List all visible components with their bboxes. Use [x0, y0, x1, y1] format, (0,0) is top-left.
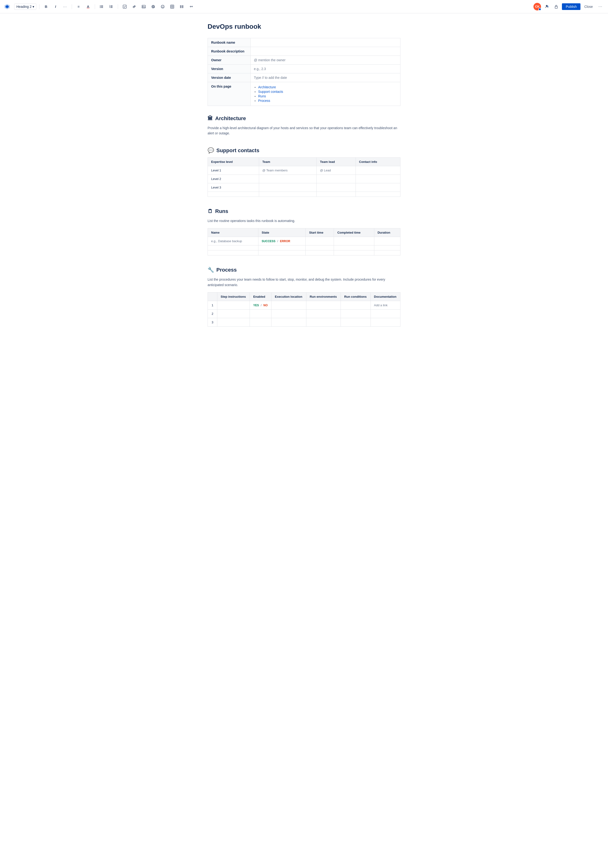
row-value[interactable]: Type // to add the date: [251, 73, 400, 82]
cell-conditions[interactable]: [341, 301, 371, 309]
cell-team[interactable]: [259, 192, 316, 197]
cell-completed[interactable]: [334, 245, 374, 251]
cell-duration[interactable]: [374, 237, 400, 245]
process-icon: 🔧: [208, 267, 214, 273]
numbered-list-button[interactable]: 1.2.3.: [107, 3, 115, 11]
table-row: [208, 251, 400, 256]
cell-environments[interactable]: [306, 318, 341, 327]
link-button[interactable]: [130, 3, 138, 11]
publish-button[interactable]: Publish: [562, 3, 580, 10]
cell-enabled[interactable]: [250, 318, 271, 327]
cell-name[interactable]: e.g., Database backup: [208, 237, 258, 245]
cell-contact[interactable]: [355, 183, 400, 192]
cell-conditions[interactable]: [341, 318, 371, 327]
cell-state[interactable]: [258, 251, 306, 256]
cell-state[interactable]: SUCCESS / ERROR: [258, 237, 306, 245]
row-links: Architecture Support contacts Runs Proce…: [251, 82, 400, 106]
cell-docs[interactable]: Add a link: [371, 301, 400, 309]
cell-docs[interactable]: [371, 318, 400, 327]
cell-level[interactable]: Level 1: [208, 166, 259, 175]
more-formatting-button[interactable]: ···: [61, 3, 69, 11]
no-badge: NO: [264, 304, 268, 307]
svg-rect-22: [171, 5, 174, 8]
cell-lead[interactable]: [316, 183, 356, 192]
task-button[interactable]: [121, 3, 129, 11]
cell-team[interactable]: [259, 183, 316, 192]
cell-start[interactable]: [306, 237, 334, 245]
col-expertise: Expertise level: [208, 157, 259, 166]
cell-instructions[interactable]: [217, 309, 250, 318]
toc-link-architecture[interactable]: Architecture: [258, 85, 276, 89]
cell-enabled[interactable]: YES / NO: [250, 301, 271, 309]
cell-level[interactable]: [208, 192, 259, 197]
italic-button[interactable]: I: [52, 3, 59, 11]
heading-style-select[interactable]: Heading 2 ▾: [14, 3, 36, 10]
cell-contact[interactable]: [355, 192, 400, 197]
architecture-icon: 🏛: [208, 115, 213, 122]
cell-duration[interactable]: [374, 245, 400, 251]
cell-contact[interactable]: [355, 166, 400, 175]
row-value[interactable]: [251, 38, 400, 47]
cell-contact[interactable]: [355, 175, 400, 183]
support-heading-text: Support contacts: [216, 147, 259, 153]
close-button[interactable]: Close: [582, 3, 595, 10]
cell-level[interactable]: Level 3: [208, 183, 259, 192]
row-value[interactable]: [251, 47, 400, 56]
cell-lead[interactable]: [316, 192, 356, 197]
cell-start[interactable]: [306, 245, 334, 251]
table-button[interactable]: [168, 3, 176, 11]
cell-level[interactable]: Level 2: [208, 175, 259, 183]
cell-completed[interactable]: [334, 251, 374, 256]
cell-environments[interactable]: [306, 301, 341, 309]
cell-name[interactable]: [208, 245, 258, 251]
col-conditions: Run conditions: [341, 292, 371, 301]
cell-execution[interactable]: [271, 301, 306, 309]
cell-team[interactable]: [259, 175, 316, 183]
add-collaborator-button[interactable]: [543, 3, 551, 11]
mention-button[interactable]: [149, 3, 157, 11]
table-row: Runbook name: [208, 38, 400, 47]
cell-enabled[interactable]: [250, 309, 271, 318]
toc-link-support[interactable]: Support contacts: [258, 90, 283, 93]
align-button[interactable]: ≡: [75, 3, 82, 11]
row-value[interactable]: e.g., 2.3: [251, 65, 400, 73]
page-title: DevOps runbook: [208, 23, 400, 30]
toc-link-runs[interactable]: Runs: [258, 94, 266, 98]
cell-instructions[interactable]: [217, 301, 250, 309]
cell-environments[interactable]: [306, 309, 341, 318]
cell-conditions[interactable]: [341, 309, 371, 318]
svg-point-7: [100, 7, 101, 8]
cell-duration[interactable]: [374, 251, 400, 256]
table-row: Level 3: [208, 183, 400, 192]
cell-team[interactable]: @ Team members: [259, 166, 316, 175]
bullet-list-button[interactable]: [98, 3, 105, 11]
cell-completed[interactable]: [334, 237, 374, 245]
cell-lead[interactable]: @ Lead: [316, 166, 356, 175]
more-options-button[interactable]: ···: [597, 3, 604, 11]
cell-docs[interactable]: [371, 309, 400, 318]
cell-name[interactable]: [208, 251, 258, 256]
svg-rect-14: [110, 7, 113, 8]
cell-execution[interactable]: [271, 309, 306, 318]
lock-button[interactable]: [552, 3, 560, 11]
process-section: 🔧 Process List the procedures your team …: [208, 267, 400, 327]
table-row: Version e.g., 2.3: [208, 65, 400, 73]
user-avatar[interactable]: CK: [534, 3, 541, 11]
cell-state[interactable]: [258, 245, 306, 251]
image-button[interactable]: [140, 3, 147, 11]
cell-execution[interactable]: [271, 318, 306, 327]
svg-point-20: [162, 6, 162, 6]
more-blocks-button[interactable]: +▾: [188, 3, 195, 11]
toc-link-process[interactable]: Process: [258, 99, 270, 102]
emoji-button[interactable]: [159, 3, 166, 11]
table-row: [208, 192, 400, 197]
process-heading: 🔧 Process: [208, 267, 400, 273]
bold-button[interactable]: B: [42, 3, 50, 11]
columns-button[interactable]: [178, 3, 186, 11]
row-value[interactable]: @ mention the owner: [251, 56, 400, 65]
cell-instructions[interactable]: [217, 318, 250, 327]
cell-start[interactable]: [306, 251, 334, 256]
text-color-button[interactable]: A: [84, 3, 92, 11]
svg-rect-12: [110, 6, 113, 7]
cell-lead[interactable]: [316, 175, 356, 183]
